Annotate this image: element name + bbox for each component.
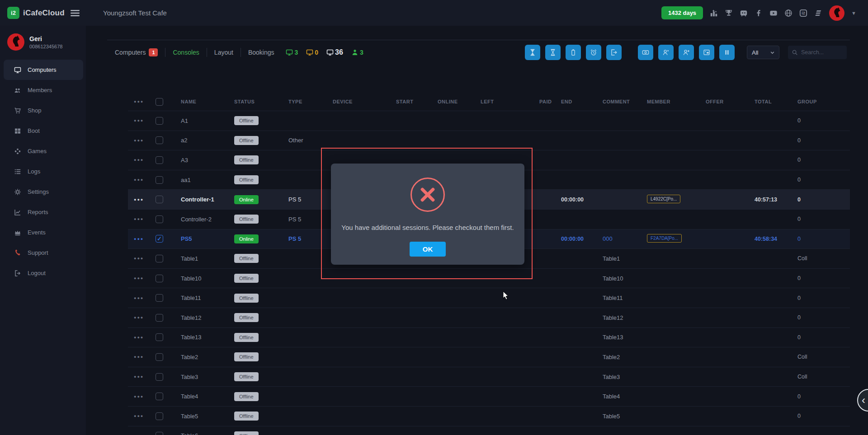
table-row[interactable]: ●●●Table13OfflineTable130 bbox=[128, 327, 850, 347]
days-remaining-badge[interactable]: 1432 days bbox=[661, 6, 703, 19]
ok-button[interactable]: OK bbox=[410, 242, 446, 257]
user-avatar[interactable] bbox=[829, 5, 844, 21]
row-checkbox[interactable] bbox=[153, 412, 181, 420]
column-header-status[interactable]: STATUS bbox=[234, 99, 288, 104]
sidebar-item-logs[interactable]: Logs bbox=[4, 161, 83, 182]
table-row[interactable]: ●●●Table6Offline bbox=[128, 426, 850, 435]
row-actions-icon[interactable]: ●●● bbox=[128, 394, 153, 399]
column-header-member[interactable]: MEMBER bbox=[647, 99, 706, 104]
row-checkbox[interactable] bbox=[153, 196, 181, 203]
row-checkbox[interactable] bbox=[153, 373, 181, 381]
row-checkbox[interactable] bbox=[153, 393, 181, 400]
column-header-comment[interactable]: COMMENT bbox=[603, 99, 647, 104]
select-all-checkbox[interactable] bbox=[153, 98, 181, 106]
row-checkbox[interactable] bbox=[153, 156, 181, 164]
row-actions-icon[interactable]: ●●● bbox=[128, 315, 153, 320]
pause-button[interactable] bbox=[719, 45, 735, 60]
row-checkbox[interactable] bbox=[153, 215, 181, 223]
row-checkbox[interactable] bbox=[153, 353, 181, 361]
screenshot-button[interactable] bbox=[699, 45, 714, 60]
sidebar-user[interactable]: Geri 008612345678 bbox=[0, 26, 86, 57]
tab-bookings[interactable]: Bookings bbox=[248, 49, 274, 56]
user-star-button[interactable] bbox=[658, 45, 674, 60]
sidebar-item-events[interactable]: Events bbox=[4, 222, 83, 243]
row-actions-icon[interactable]: ●●● bbox=[128, 158, 153, 162]
sidebar-item-reports[interactable]: Reports bbox=[4, 202, 83, 222]
podium-icon[interactable] bbox=[710, 9, 718, 17]
member-cell[interactable]: F2A7DA[Po... bbox=[647, 234, 706, 244]
row-actions-icon[interactable]: ●●● bbox=[128, 374, 153, 379]
table-row[interactable]: ●●●Table3OfflineTable3Coll bbox=[128, 367, 850, 387]
row-actions-icon[interactable]: ●●● bbox=[128, 118, 153, 123]
row-checkbox[interactable] bbox=[153, 275, 181, 282]
row-checkbox[interactable] bbox=[153, 333, 181, 341]
sidebar-item-settings[interactable]: Settings bbox=[4, 182, 83, 202]
row-actions-icon[interactable]: ●●● bbox=[128, 335, 153, 340]
tab-computers[interactable]: Computers1 bbox=[115, 48, 158, 56]
row-checkbox[interactable] bbox=[153, 176, 181, 184]
hourglass-button[interactable] bbox=[545, 45, 561, 60]
row-checkbox[interactable] bbox=[153, 314, 181, 322]
row-actions-icon[interactable]: ●●● bbox=[128, 414, 153, 418]
row-checkbox[interactable] bbox=[153, 117, 181, 125]
sidebar-item-boot[interactable]: Boot bbox=[4, 121, 83, 141]
column-header-group[interactable]: GROUP bbox=[797, 99, 850, 104]
column-header-paid[interactable]: PAID bbox=[539, 99, 561, 104]
table-row[interactable]: ●●●A1Offline0 bbox=[128, 111, 850, 131]
checkout-button[interactable] bbox=[606, 45, 622, 60]
row-actions-icon[interactable]: ●●● bbox=[128, 355, 153, 359]
chevron-down-icon[interactable]: ▼ bbox=[851, 10, 856, 16]
table-row[interactable]: ●●●Table12OfflineTable120 bbox=[128, 308, 850, 327]
row-actions-icon[interactable]: ●●● bbox=[128, 296, 153, 300]
column-header-offer[interactable]: OFFER bbox=[706, 99, 755, 104]
row-checkbox[interactable] bbox=[153, 255, 181, 262]
row-actions-icon[interactable]: ●●● bbox=[128, 138, 153, 143]
row-checkbox[interactable] bbox=[153, 136, 181, 144]
cash-button[interactable] bbox=[638, 45, 653, 60]
column-header-total[interactable]: TOTAL bbox=[755, 99, 797, 104]
sidebar-item-shop[interactable]: Shop bbox=[4, 100, 83, 121]
sidebar-item-support[interactable]: Support bbox=[4, 243, 83, 263]
row-actions-icon[interactable]: ●●● bbox=[128, 237, 153, 241]
tab-consoles[interactable]: Consoles bbox=[173, 49, 199, 56]
table-row[interactable]: ●●●a2OfflineOther0 bbox=[128, 131, 850, 150]
layers-icon[interactable] bbox=[814, 9, 822, 17]
table-row[interactable]: ●●●Table5OfflineTable50 bbox=[128, 406, 850, 426]
row-actions-icon[interactable]: ●●● bbox=[128, 197, 153, 202]
discord-icon[interactable] bbox=[740, 9, 748, 17]
row-actions-icon[interactable]: ●●● bbox=[128, 99, 153, 104]
member-cell[interactable]: L4922C[Po... bbox=[647, 195, 706, 205]
row-actions-icon[interactable]: ●●● bbox=[128, 256, 153, 261]
facebook-icon[interactable] bbox=[755, 9, 763, 17]
row-actions-icon[interactable]: ●●● bbox=[128, 276, 153, 281]
row-actions-icon[interactable]: ●●● bbox=[128, 217, 153, 221]
globe-icon[interactable] bbox=[784, 9, 793, 17]
column-header-left[interactable]: LEFT bbox=[481, 99, 539, 104]
table-row[interactable]: ●●●Table11OfflineTable110 bbox=[128, 288, 850, 308]
alarm-button[interactable] bbox=[586, 45, 601, 60]
menu-toggle-icon[interactable] bbox=[71, 9, 80, 17]
column-header-online[interactable]: ONLINE bbox=[438, 99, 481, 104]
column-header-device[interactable]: DEVICE bbox=[333, 99, 396, 104]
trophy-icon[interactable] bbox=[725, 9, 733, 17]
youtube-icon[interactable] bbox=[769, 9, 778, 17]
brand-logo[interactable]: i2 iCafeCloud bbox=[7, 7, 65, 19]
table-row[interactable]: ●●●Table2OfflineTable2Coll bbox=[128, 347, 850, 367]
sidebar-item-computers[interactable]: Computers bbox=[4, 60, 83, 80]
table-row[interactable]: ●●●Table4OfflineTable40 bbox=[128, 386, 850, 406]
tab-layout[interactable]: Layout bbox=[214, 49, 233, 56]
column-header-name[interactable]: NAME bbox=[181, 99, 234, 104]
column-header-start[interactable]: START bbox=[396, 99, 438, 104]
sidebar-item-logout[interactable]: Logout bbox=[4, 263, 83, 283]
battery-button[interactable] bbox=[566, 45, 581, 60]
row-checkbox[interactable] bbox=[153, 294, 181, 302]
row-checkbox[interactable]: ✓ bbox=[153, 235, 181, 243]
row-checkbox[interactable] bbox=[153, 432, 181, 435]
icafe-icon[interactable]: i2 bbox=[799, 9, 807, 17]
column-header-type[interactable]: TYPE bbox=[288, 99, 333, 104]
user-plus-button[interactable] bbox=[679, 45, 694, 60]
row-actions-icon[interactable]: ●●● bbox=[128, 178, 153, 182]
sidebar-item-games[interactable]: Games bbox=[4, 141, 83, 161]
group-filter-select[interactable]: All bbox=[747, 46, 779, 59]
hourglass-filled-button[interactable] bbox=[525, 45, 540, 60]
